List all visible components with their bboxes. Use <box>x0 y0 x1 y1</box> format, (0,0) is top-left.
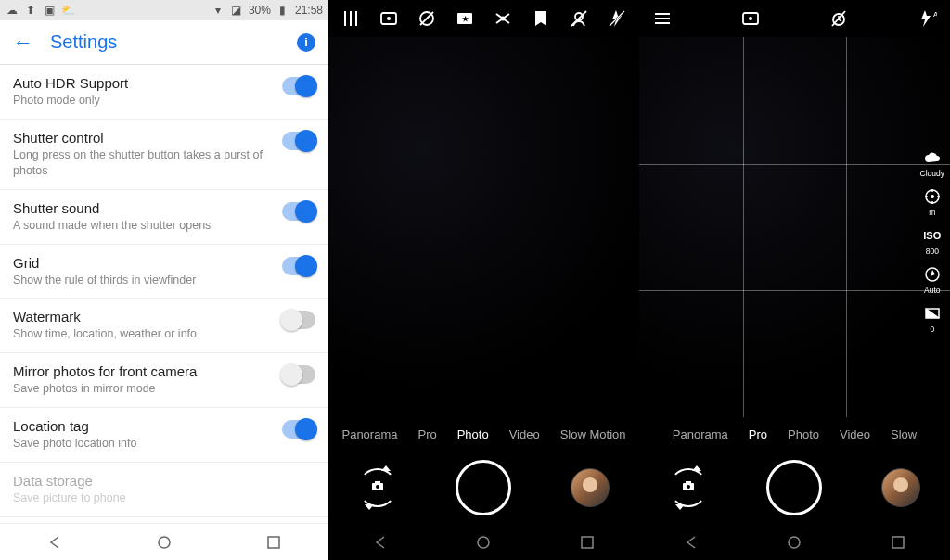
camera-top-bar: ★ <box>328 0 639 37</box>
mode-video[interactable]: Video <box>840 427 870 441</box>
setting-title: Auto HDR Support <box>13 75 271 91</box>
svg-point-15 <box>376 485 379 489</box>
setting-row[interactable]: Location tagSave photo location info <box>0 408 328 463</box>
clock-time: 21:58 <box>295 4 323 17</box>
setting-title: Watermark <box>13 309 271 325</box>
focus-icon <box>923 187 942 206</box>
setting-row[interactable]: Mirror photos for front cameraSave photo… <box>0 353 328 408</box>
setting-desc: Save photo location info <box>13 436 271 452</box>
svg-point-29 <box>687 485 690 489</box>
svg-rect-14 <box>375 481 380 484</box>
pro-control-label: Auto <box>924 286 941 295</box>
mode-selector[interactable]: PanoramaProPhotoVideoSlow Motion <box>328 417 639 451</box>
toggle-switch[interactable] <box>282 132 315 150</box>
bookmark-icon[interactable] <box>529 6 552 31</box>
pro-control-cloud[interactable]: Cloudy <box>920 148 944 178</box>
toggle-switch[interactable] <box>282 420 315 439</box>
mode-panorama[interactable]: Panorama <box>341 427 397 441</box>
toggle-switch[interactable] <box>282 77 315 95</box>
viewfinder[interactable] <box>328 37 639 417</box>
settings-header: ← Settings i <box>0 20 328 65</box>
toggle-switch[interactable] <box>282 365 315 384</box>
setting-desc: Save photos in mirror mode <box>13 381 271 397</box>
switch-camera-button[interactable] <box>358 468 397 507</box>
svg-point-3 <box>387 17 391 20</box>
gallery-thumbnail[interactable] <box>571 468 610 507</box>
pro-control-focus[interactable]: m <box>923 187 942 217</box>
setting-title: Location tag <box>13 418 271 434</box>
camera-icon <box>370 478 385 497</box>
viewfinder-pro[interactable]: CloudymISO800Auto0 <box>639 37 950 417</box>
mode-video[interactable]: Video <box>509 427 540 441</box>
back-arrow-icon[interactable]: ← <box>13 31 33 55</box>
toggle-switch[interactable] <box>282 202 315 221</box>
svg-rect-17 <box>582 537 593 548</box>
nav-back-icon[interactable] <box>682 533 700 552</box>
camera-nav-bar <box>328 525 639 560</box>
svg-point-0 <box>159 537 170 548</box>
nav-recent-icon[interactable] <box>264 533 283 552</box>
nav-home-icon[interactable] <box>474 533 493 552</box>
setting-title: Grid <box>13 255 271 271</box>
setting-desc: Show time, location, weather or info <box>13 326 271 342</box>
svg-point-30 <box>789 537 800 548</box>
setting-desc: Long press on the shutter button takes a… <box>13 147 271 179</box>
svg-point-24 <box>931 195 934 198</box>
menu-icon[interactable] <box>340 6 363 31</box>
pro-control-label: Cloudy <box>920 169 944 178</box>
mode-photo[interactable]: Photo <box>788 427 819 441</box>
wifi-icon: ▾ <box>212 4 225 17</box>
setting-row[interactable]: Shutter controlLong press on the shutter… <box>0 120 328 190</box>
setting-row[interactable]: Auto HDR SupportPhoto mode only <box>0 65 328 120</box>
svg-rect-28 <box>686 481 691 484</box>
nav-back-icon[interactable] <box>371 533 390 552</box>
shutter-button[interactable] <box>456 460 511 515</box>
raw-icon[interactable]: ★ <box>454 6 477 31</box>
gallery-thumbnail[interactable] <box>881 468 920 507</box>
setting-row[interactable]: Data storageSave picture to phone <box>0 463 328 517</box>
timer-off-icon[interactable] <box>827 6 851 31</box>
nav-recent-icon[interactable] <box>578 533 597 552</box>
mode-slow[interactable]: Slow <box>891 427 917 441</box>
aspect-icon[interactable] <box>738 6 763 31</box>
settings-list[interactable]: Auto HDR SupportPhoto mode onlyShutter c… <box>0 65 328 523</box>
mode-photo[interactable]: Photo <box>457 427 489 441</box>
iso-text-icon: ISO <box>923 226 942 245</box>
setting-row[interactable]: WatermarkShow time, location, weather or… <box>0 299 328 353</box>
shutter-button[interactable] <box>766 460 822 515</box>
flash-off-icon[interactable] <box>605 6 628 31</box>
mode-pro[interactable]: Pro <box>417 427 436 441</box>
toggle-switch[interactable] <box>282 257 315 275</box>
mode-panorama[interactable]: Panorama <box>673 427 728 441</box>
timer-off-icon[interactable] <box>492 6 515 31</box>
pro-control-shutter-speed[interactable]: Auto <box>923 265 942 295</box>
nav-back-icon[interactable] <box>45 533 64 552</box>
mode-selector-pro[interactable]: PanoramaProPhotoVideoSlow <box>639 417 950 451</box>
setting-row[interactable]: Shutter soundA sound made when the shutt… <box>0 190 328 245</box>
nav-home-icon[interactable] <box>785 533 803 552</box>
nav-recent-icon[interactable] <box>889 533 907 552</box>
svg-point-8 <box>500 17 505 21</box>
setting-row[interactable]: GridShow the rule of thirds in viewfinde… <box>0 245 328 299</box>
beauty-off-icon[interactable] <box>567 6 590 31</box>
setting-title: Mirror photos for front camera <box>13 363 271 379</box>
setting-title: Shutter control <box>13 130 271 146</box>
flash-auto-icon[interactable]: A <box>915 6 939 31</box>
mode-slow-motion[interactable]: Slow Motion <box>560 427 626 441</box>
mode-pro[interactable]: Pro <box>749 427 767 441</box>
filter-off-icon[interactable] <box>416 6 439 31</box>
status-bar: ☁ ⬆ ▣ ⛅ ▾ ◪ 30% ▮ 21:58 <box>0 0 328 20</box>
setting-desc: Save picture to phone <box>13 490 315 506</box>
switch-camera-button[interactable] <box>669 468 708 507</box>
pro-control-iso-text[interactable]: ISO800 <box>923 226 942 256</box>
nav-bar <box>0 523 328 560</box>
nav-home-icon[interactable] <box>155 533 173 552</box>
toggle-switch[interactable] <box>282 311 315 329</box>
shutter-row-pro <box>639 451 950 525</box>
aspect-icon[interactable] <box>378 6 401 31</box>
hamburger-icon[interactable] <box>650 6 674 31</box>
pro-control-label: 0 <box>930 325 934 334</box>
pro-control-ev[interactable]: 0 <box>923 304 942 334</box>
info-icon[interactable]: i <box>297 33 315 52</box>
camera-nav-bar-pro <box>639 525 950 560</box>
